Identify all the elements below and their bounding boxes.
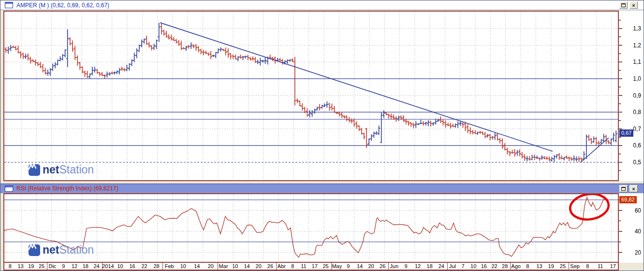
rsi-window-buttons: ×: [619, 185, 638, 192]
rsi-axis-canvas: 604020: [619, 193, 644, 263]
rsi-close-button[interactable]: ×: [629, 185, 638, 192]
restore-icon: [621, 3, 626, 7]
svg-text:1,1: 1,1: [633, 58, 641, 65]
svg-text:1,0: 1,0: [633, 75, 641, 82]
indicator-window-icon[interactable]: [5, 185, 13, 192]
svg-text:1,3: 1,3: [633, 25, 641, 32]
rsi-chart-canvas[interactable]: [4, 194, 618, 262]
netstation-watermark: netStation: [29, 243, 94, 257]
svg-text:60: 60: [635, 207, 642, 214]
svg-text:0,6: 0,6: [633, 142, 641, 149]
maximize-button[interactable]: [619, 1, 628, 9]
svg-text:0,5: 0,5: [633, 159, 641, 166]
ohlc-bars: [4, 23, 617, 162]
x-axis[interactable]: 8131925Dic9121824201410162228Feb101420Ma…: [3, 263, 619, 271]
close-button[interactable]: ×: [629, 1, 638, 9]
price-chart-plot[interactable]: netStation: [3, 11, 619, 181]
close-icon: ×: [632, 186, 635, 191]
netstation-window: AMPER (M ) (0,62, 0,69, 0,62, 0,67) × ne…: [0, 0, 644, 271]
rsi-value-label: 69,82: [619, 196, 637, 203]
rsi-maximize-button[interactable]: [619, 185, 628, 192]
watermark-net: net: [43, 243, 59, 256]
chart-window-icon[interactable]: [5, 2, 13, 8]
x-axis-label: 17: [602, 263, 619, 269]
price-axis-canvas: 1,31,21,11,00,90,80,70,60,5: [619, 11, 644, 181]
close-icon: ×: [632, 3, 635, 8]
price-window-buttons: ×: [619, 1, 638, 9]
price-chart-canvas[interactable]: [4, 12, 618, 180]
svg-text:40: 40: [635, 228, 642, 235]
price-axis[interactable]: 1,31,21,11,00,90,80,70,60,5: [619, 11, 644, 181]
restore-icon: [621, 187, 626, 191]
last-price-label: 0,67: [619, 129, 633, 137]
rsi-axis[interactable]: 604020: [619, 193, 644, 263]
svg-text:1,2: 1,2: [633, 42, 641, 49]
rsi-line: [4, 197, 606, 257]
watermark-station: Station: [59, 243, 94, 256]
price-window-titlebar[interactable]: AMPER (M ) (0,62, 0,69, 0,62, 0,67) ×: [0, 0, 644, 10]
netstation-logo-icon: [29, 164, 40, 176]
annotation-circle: [569, 194, 610, 222]
svg-text:20: 20: [635, 249, 642, 256]
rsi-chart-plot[interactable]: netStation: [3, 193, 619, 263]
svg-text:0,7: 0,7: [633, 126, 641, 132]
netstation-logo-icon: [29, 244, 40, 256]
price-window-title: AMPER (M ) (0,62, 0,69, 0,62, 0,67): [13, 2, 109, 9]
rsi-window-title: RSI (Relative Strength Index) (69,8217): [13, 185, 118, 192]
watermark-net: net: [43, 163, 59, 176]
svg-text:0,8: 0,8: [633, 109, 641, 115]
netstation-watermark: netStation: [29, 163, 94, 176]
svg-text:0,9: 0,9: [633, 92, 641, 99]
rsi-window-titlebar[interactable]: RSI (Relative Strength Index) (69,8217) …: [0, 184, 644, 193]
watermark-station: Station: [59, 163, 94, 176]
